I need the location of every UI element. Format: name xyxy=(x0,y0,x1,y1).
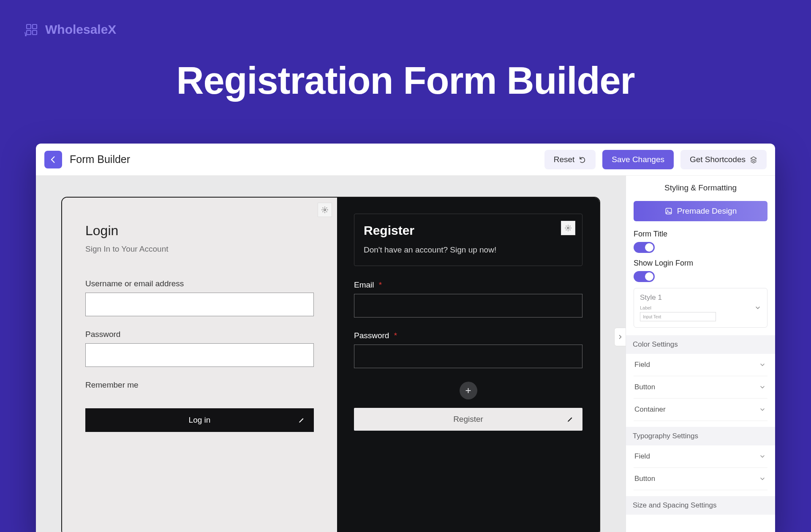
pencil-icon xyxy=(566,415,574,423)
login-password-input[interactable] xyxy=(85,343,314,367)
svg-point-5 xyxy=(324,209,326,211)
save-label: Save Changes xyxy=(612,155,664,164)
register-password-label-text: Password xyxy=(354,331,389,340)
form-title-toggle-label: Form Title xyxy=(634,230,767,239)
chevron-down-icon xyxy=(759,384,766,391)
svg-rect-1 xyxy=(33,24,37,29)
topbar-title: Form Builder xyxy=(70,153,537,166)
login-subtitle: Sign In to Your Account xyxy=(85,244,314,254)
edit-login-button-icon[interactable] xyxy=(298,416,305,424)
login-panel: Login Sign In to Your Account Username o… xyxy=(62,198,337,532)
typo-button-item[interactable]: Button xyxy=(634,468,767,490)
edit-register-button-icon[interactable] xyxy=(566,415,574,423)
login-password-label: Password xyxy=(85,330,314,339)
back-button[interactable] xyxy=(44,151,62,168)
color-container-label: Container xyxy=(634,405,666,414)
arrow-left-icon xyxy=(49,155,57,164)
show-login-toggle-label: Show Login Form xyxy=(634,259,767,268)
shortcodes-label: Get Shortcodes xyxy=(690,155,746,164)
sidebar: Styling & Formatting Premade Design Form… xyxy=(626,176,775,532)
typo-button-label: Button xyxy=(634,475,655,483)
color-button-label: Button xyxy=(634,383,655,391)
svg-rect-0 xyxy=(27,24,31,29)
save-button[interactable]: Save Changes xyxy=(602,150,674,169)
brand: WholesaleX xyxy=(23,21,116,38)
color-field-item[interactable]: Field xyxy=(634,354,767,376)
login-remember-label: Remember me xyxy=(85,380,314,390)
topbar: Form Builder Reset Save Changes Get Shor… xyxy=(36,144,775,176)
color-container-item[interactable]: Container xyxy=(634,399,767,421)
register-header: Register Don't have an account? Sign up … xyxy=(354,214,582,266)
register-settings-button[interactable] xyxy=(561,221,575,235)
login-username-label: Username or email address xyxy=(85,279,314,288)
register-submit-button[interactable]: Register xyxy=(354,408,582,431)
gear-icon xyxy=(564,224,572,232)
chevron-down-icon xyxy=(759,361,766,368)
layers-icon xyxy=(750,156,757,163)
add-field-button[interactable]: + xyxy=(460,382,477,399)
hero-title: Registration Form Builder xyxy=(0,59,811,103)
canvas: Login Sign In to Your Account Username o… xyxy=(36,176,626,532)
register-panel: Register Don't have an account? Sign up … xyxy=(337,198,599,532)
register-submit-row: Register xyxy=(354,408,582,431)
plus-icon: + xyxy=(465,385,471,396)
chevron-down-icon xyxy=(759,475,766,482)
register-email-label: Email * xyxy=(354,280,582,290)
typo-field-item[interactable]: Field xyxy=(634,445,767,468)
color-settings-header: Color Settings xyxy=(626,335,775,354)
login-submit-label: Log in xyxy=(189,415,211,425)
sidebar-inner: Premade Design Form Title Show Login For… xyxy=(626,201,775,515)
typo-field-label: Field xyxy=(634,452,650,461)
style-name: Style 1 xyxy=(640,293,761,302)
register-email-label-text: Email xyxy=(354,280,374,289)
register-password-input[interactable] xyxy=(354,345,582,368)
app-window: Form Builder Reset Save Changes Get Shor… xyxy=(36,144,775,532)
reset-button[interactable]: Reset xyxy=(544,150,596,169)
style-mini-label: Label xyxy=(640,305,761,310)
brand-logo-icon xyxy=(23,21,40,38)
svg-rect-2 xyxy=(27,30,31,35)
register-subtitle: Don't have an account? Sign up now! xyxy=(364,245,573,255)
login-title: Login xyxy=(85,223,314,239)
show-login-toggle[interactable] xyxy=(634,271,655,282)
login-submit-row: Log in xyxy=(85,408,314,432)
size-spacing-settings-header: Size and Spacing Settings xyxy=(626,496,775,515)
register-email-input[interactable] xyxy=(354,294,582,318)
chevron-right-icon xyxy=(618,333,623,341)
chevron-down-icon xyxy=(759,406,766,413)
sidebar-collapse-toggle[interactable] xyxy=(614,328,626,346)
shortcodes-button[interactable]: Get Shortcodes xyxy=(680,150,767,169)
premade-label: Premade Design xyxy=(677,206,737,216)
form-title-toggle[interactable] xyxy=(634,242,655,253)
register-password-label: Password * xyxy=(354,331,582,340)
register-submit-label: Register xyxy=(453,415,483,424)
topbar-actions: Reset Save Changes Get Shortcodes xyxy=(544,150,767,169)
register-title: Register xyxy=(364,223,573,238)
chevron-down-icon xyxy=(754,304,761,311)
login-settings-button[interactable] xyxy=(318,203,332,217)
login-header: Login Sign In to Your Account xyxy=(85,223,314,254)
color-button-item[interactable]: Button xyxy=(634,376,767,399)
style-select-card[interactable]: Style 1 Label Input Text xyxy=(634,288,767,328)
color-field-label: Field xyxy=(634,361,650,369)
svg-point-6 xyxy=(567,227,569,229)
premade-design-button[interactable]: Premade Design xyxy=(634,201,767,221)
svg-rect-3 xyxy=(33,30,37,35)
required-mark: * xyxy=(379,280,382,289)
gear-icon xyxy=(321,206,329,214)
required-mark: * xyxy=(394,331,397,340)
undo-icon xyxy=(579,156,586,163)
login-username-input[interactable] xyxy=(85,293,314,316)
palette-icon xyxy=(664,207,673,215)
form-preview: Login Sign In to Your Account Username o… xyxy=(61,197,600,532)
sidebar-heading: Styling & Formatting xyxy=(626,176,775,201)
typography-settings-header: Typography Settings xyxy=(626,427,775,445)
app-body: Login Sign In to Your Account Username o… xyxy=(36,176,775,532)
chevron-down-icon xyxy=(759,453,766,460)
style-mini-input: Input Text xyxy=(640,312,716,321)
svg-point-8 xyxy=(667,210,668,211)
brand-name: WholesaleX xyxy=(45,22,116,37)
login-submit-button[interactable]: Log in xyxy=(85,408,314,432)
pencil-icon xyxy=(298,416,305,424)
reset-label: Reset xyxy=(554,155,575,164)
